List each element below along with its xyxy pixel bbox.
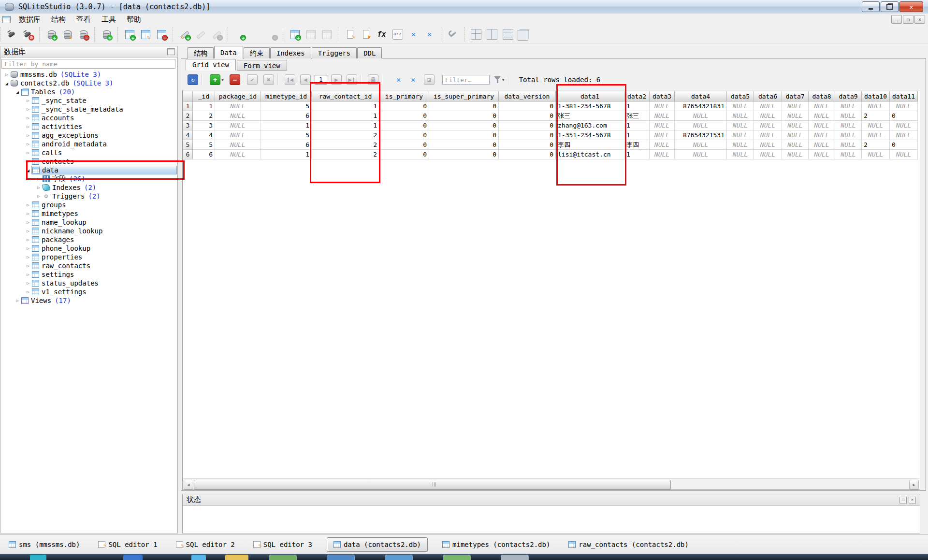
mdi-child-icon[interactable] <box>2 16 11 23</box>
tree-item-body[interactable]: Views(17) <box>21 296 177 305</box>
collapsed-arrow-icon[interactable]: ▷ <box>25 246 31 251</box>
cell-data7[interactable]: NULL <box>782 101 809 111</box>
mdi-tab-SQL-editor-2[interactable]: SQL editor 2 <box>172 538 239 551</box>
cell-mimetype_id[interactable]: 5 <box>261 101 312 111</box>
view-tab-form-view[interactable]: Form view <box>237 60 287 71</box>
scroll-left-icon[interactable]: ◀ <box>184 480 193 489</box>
cell-is_primary[interactable]: 0 <box>379 121 429 130</box>
cell-mimetype_id[interactable]: 5 <box>261 130 312 140</box>
cell-data6[interactable]: NULL <box>754 121 782 130</box>
cell-mimetype_id[interactable]: 6 <box>261 140 312 150</box>
mdi-tab-raw-contacts-contacts2-db-[interactable]: raw_contacts (contacts2.db) <box>565 538 693 551</box>
grid-config-icon[interactable]: ◪ <box>424 74 435 85</box>
cell-data8[interactable]: NULL <box>809 121 835 130</box>
taskbar-app-icon[interactable] <box>501 555 529 560</box>
cell-data9[interactable]: NULL <box>835 150 862 159</box>
taskbar-app-icon[interactable] <box>443 555 471 560</box>
tree-item-body[interactable]: _sync_state_metadata <box>31 105 177 114</box>
cell-data2[interactable]: 1 <box>624 130 650 140</box>
tree-item-nickname_lookup[interactable]: ▷nickname_lookup <box>0 227 177 235</box>
tree-item-phone_lookup[interactable]: ▷phone_lookup <box>0 244 177 253</box>
tree-item-status_updates[interactable]: ▷status_updates <box>0 279 177 287</box>
cell-data9[interactable]: NULL <box>835 130 862 140</box>
cell-data6[interactable]: NULL <box>754 130 782 140</box>
collapsed-arrow-icon[interactable]: ▷ <box>25 150 31 155</box>
cell-data9[interactable]: NULL <box>835 101 862 111</box>
cell-data4[interactable]: NULL <box>675 121 727 130</box>
tree-item-v1_settings[interactable]: ▷v1_settings <box>0 287 177 296</box>
insert-row-menu-icon[interactable]: ▼ <box>221 78 224 82</box>
configuration-icon[interactable] <box>445 28 460 41</box>
collapsed-arrow-icon[interactable]: ▷ <box>3 72 10 77</box>
cell-data2[interactable]: 1 <box>624 121 650 130</box>
mdi-tab-mimetypes-contacts2-db-[interactable]: mimetypes (contacts2.db) <box>438 538 554 551</box>
cell-package_id[interactable]: NULL <box>215 121 261 130</box>
cell-_id[interactable]: 4 <box>193 130 215 140</box>
cell-data11[interactable]: 0 <box>890 140 918 150</box>
cell-is_super_primary[interactable]: 0 <box>429 150 499 159</box>
cell-is_primary[interactable]: 0 <box>379 140 429 150</box>
insert-row-icon[interactable]: + <box>210 74 220 85</box>
mdi-tab-SQL-editor-3[interactable]: SQL editor 3 <box>249 538 316 551</box>
collapsed-arrow-icon[interactable]: ▷ <box>25 202 31 207</box>
expand-columns-icon[interactable]: ✕ <box>408 75 418 85</box>
cell-data6[interactable]: NULL <box>754 150 782 159</box>
cell-data_version[interactable]: 0 <box>499 150 556 159</box>
tree-item-body[interactable]: Indexes(2) <box>42 183 177 192</box>
fit-columns-icon[interactable]: ✕ <box>394 75 404 85</box>
status-close-icon[interactable]: × <box>909 497 916 503</box>
taskbar-app-icon[interactable] <box>327 555 355 560</box>
cell-data3[interactable]: NULL <box>650 101 675 111</box>
cell-data9[interactable]: NULL <box>835 140 862 150</box>
disconnect-icon[interactable]: ⊘ <box>20 28 35 41</box>
column-header-is_super_primary[interactable]: is_super_primary <box>429 91 499 101</box>
mdi-minimize-button[interactable]: – <box>891 15 902 24</box>
tree-item-mimetypes[interactable]: ▷mimetypes <box>0 209 177 218</box>
cell-data5[interactable]: NULL <box>727 121 754 130</box>
cell-data5[interactable]: NULL <box>727 101 754 111</box>
cell-data7[interactable]: NULL <box>782 130 809 140</box>
cell-data10[interactable]: NULL <box>862 121 890 130</box>
cell-mimetype_id[interactable]: 6 <box>261 111 312 121</box>
scrollbar-thumb[interactable] <box>194 480 671 489</box>
collapse-windows-icon[interactable]: ✕ <box>406 28 421 41</box>
cell-data8[interactable]: NULL <box>809 111 835 121</box>
taskbar-app-icon[interactable] <box>269 555 297 560</box>
panel-float-icon[interactable] <box>167 48 175 55</box>
menu-item-结构[interactable]: 结构 <box>46 14 71 25</box>
cell-data7[interactable]: NULL <box>782 111 809 121</box>
cell-data2[interactable]: 1 <box>624 150 650 159</box>
tree-item-body[interactable]: accounts <box>31 114 177 122</box>
close-button[interactable]: ✕ <box>899 1 923 12</box>
cell-data9[interactable]: NULL <box>835 111 862 121</box>
scroll-right-icon[interactable]: ▶ <box>909 480 919 489</box>
filter-funnel-icon[interactable] <box>493 75 501 84</box>
status-float-icon[interactable]: ❐ <box>899 497 907 503</box>
cell-data11[interactable]: 0 <box>890 111 918 121</box>
collations-icon[interactable]: a·z <box>390 28 405 41</box>
taskbar-app-icon[interactable] <box>225 555 248 560</box>
cell-data4[interactable]: NULL <box>675 111 727 121</box>
cell-data2[interactable]: 张三 <box>624 111 650 121</box>
column-header-package_id[interactable]: package_id <box>215 91 261 101</box>
connect-icon[interactable] <box>4 28 19 41</box>
column-header-data8[interactable]: data8 <box>809 91 835 101</box>
taskbar-app-icon[interactable] <box>123 555 143 560</box>
cell-is_primary[interactable]: 0 <box>379 150 429 159</box>
cell-data7[interactable]: NULL <box>782 140 809 150</box>
collapsed-arrow-icon[interactable]: ▷ <box>25 98 31 103</box>
restore-button[interactable] <box>881 1 899 12</box>
refresh-data-icon[interactable]: ↻ <box>188 74 198 85</box>
cell-data6[interactable]: NULL <box>754 101 782 111</box>
cell-data6[interactable]: NULL <box>754 140 782 150</box>
tree-item-body[interactable]: raw_contacts <box>31 261 177 270</box>
mdi-cascade-icon[interactable] <box>516 28 531 41</box>
cell-data2[interactable]: 李四 <box>624 140 650 150</box>
tree-item-_sync_state_metadata[interactable]: ▷_sync_state_metadata <box>0 105 177 114</box>
collapsed-arrow-icon[interactable]: ▷ <box>25 124 31 129</box>
expanded-arrow-icon[interactable]: ◢ <box>3 81 10 86</box>
mdi-tab-data-contacts2-db-[interactable]: data (contacts2.db) <box>327 537 428 552</box>
collapsed-arrow-icon[interactable]: ▷ <box>25 133 31 138</box>
tree-item-body[interactable]: contacts2.db(SQLite 3) <box>10 79 177 87</box>
cell-data8[interactable]: NULL <box>809 140 835 150</box>
